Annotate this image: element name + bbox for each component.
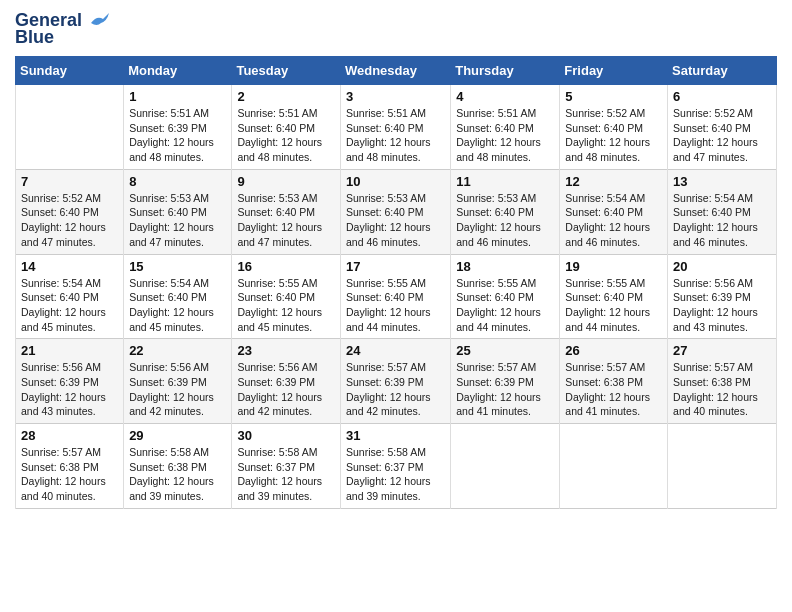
calendar-cell: 29Sunrise: 5:58 AM Sunset: 6:38 PM Dayli…: [124, 424, 232, 509]
calendar-cell: 6Sunrise: 5:52 AM Sunset: 6:40 PM Daylig…: [668, 85, 777, 170]
calendar-cell: 28Sunrise: 5:57 AM Sunset: 6:38 PM Dayli…: [16, 424, 124, 509]
day-number: 24: [346, 343, 445, 358]
day-info: Sunrise: 5:51 AM Sunset: 6:39 PM Dayligh…: [129, 106, 226, 165]
day-number: 28: [21, 428, 118, 443]
logo-graphic: General Blue: [15, 10, 109, 48]
day-info: Sunrise: 5:56 AM Sunset: 6:39 PM Dayligh…: [237, 360, 335, 419]
day-info: Sunrise: 5:55 AM Sunset: 6:40 PM Dayligh…: [565, 276, 662, 335]
calendar-cell: 2Sunrise: 5:51 AM Sunset: 6:40 PM Daylig…: [232, 85, 341, 170]
calendar-cell: [451, 424, 560, 509]
day-number: 25: [456, 343, 554, 358]
column-header-sunday: Sunday: [16, 57, 124, 85]
day-info: Sunrise: 5:51 AM Sunset: 6:40 PM Dayligh…: [237, 106, 335, 165]
day-number: 11: [456, 174, 554, 189]
day-info: Sunrise: 5:57 AM Sunset: 6:39 PM Dayligh…: [456, 360, 554, 419]
column-header-saturday: Saturday: [668, 57, 777, 85]
day-info: Sunrise: 5:54 AM Sunset: 6:40 PM Dayligh…: [21, 276, 118, 335]
day-info: Sunrise: 5:55 AM Sunset: 6:40 PM Dayligh…: [456, 276, 554, 335]
logo: General Blue: [15, 10, 109, 48]
week-row-4: 21Sunrise: 5:56 AM Sunset: 6:39 PM Dayli…: [16, 339, 777, 424]
day-info: Sunrise: 5:56 AM Sunset: 6:39 PM Dayligh…: [21, 360, 118, 419]
calendar-cell: 24Sunrise: 5:57 AM Sunset: 6:39 PM Dayli…: [340, 339, 450, 424]
calendar-cell: 31Sunrise: 5:58 AM Sunset: 6:37 PM Dayli…: [340, 424, 450, 509]
column-header-monday: Monday: [124, 57, 232, 85]
day-info: Sunrise: 5:52 AM Sunset: 6:40 PM Dayligh…: [565, 106, 662, 165]
day-number: 18: [456, 259, 554, 274]
day-number: 7: [21, 174, 118, 189]
column-header-tuesday: Tuesday: [232, 57, 341, 85]
day-number: 9: [237, 174, 335, 189]
day-number: 1: [129, 89, 226, 104]
calendar-cell: 23Sunrise: 5:56 AM Sunset: 6:39 PM Dayli…: [232, 339, 341, 424]
calendar-cell: 18Sunrise: 5:55 AM Sunset: 6:40 PM Dayli…: [451, 254, 560, 339]
day-info: Sunrise: 5:56 AM Sunset: 6:39 PM Dayligh…: [673, 276, 771, 335]
day-number: 27: [673, 343, 771, 358]
logo-text-line2: Blue: [15, 27, 54, 48]
calendar-cell: 1Sunrise: 5:51 AM Sunset: 6:39 PM Daylig…: [124, 85, 232, 170]
day-info: Sunrise: 5:53 AM Sunset: 6:40 PM Dayligh…: [237, 191, 335, 250]
week-row-1: 1Sunrise: 5:51 AM Sunset: 6:39 PM Daylig…: [16, 85, 777, 170]
calendar-cell: 10Sunrise: 5:53 AM Sunset: 6:40 PM Dayli…: [340, 169, 450, 254]
day-number: 5: [565, 89, 662, 104]
week-row-5: 28Sunrise: 5:57 AM Sunset: 6:38 PM Dayli…: [16, 424, 777, 509]
calendar-cell: [560, 424, 668, 509]
calendar-cell: 27Sunrise: 5:57 AM Sunset: 6:38 PM Dayli…: [668, 339, 777, 424]
day-number: 8: [129, 174, 226, 189]
day-number: 30: [237, 428, 335, 443]
day-info: Sunrise: 5:57 AM Sunset: 6:38 PM Dayligh…: [21, 445, 118, 504]
day-number: 10: [346, 174, 445, 189]
day-info: Sunrise: 5:54 AM Sunset: 6:40 PM Dayligh…: [673, 191, 771, 250]
day-number: 13: [673, 174, 771, 189]
column-header-wednesday: Wednesday: [340, 57, 450, 85]
day-number: 19: [565, 259, 662, 274]
day-info: Sunrise: 5:55 AM Sunset: 6:40 PM Dayligh…: [346, 276, 445, 335]
day-number: 31: [346, 428, 445, 443]
day-info: Sunrise: 5:51 AM Sunset: 6:40 PM Dayligh…: [346, 106, 445, 165]
day-number: 15: [129, 259, 226, 274]
day-number: 17: [346, 259, 445, 274]
day-info: Sunrise: 5:54 AM Sunset: 6:40 PM Dayligh…: [565, 191, 662, 250]
calendar-table: SundayMondayTuesdayWednesdayThursdayFrid…: [15, 56, 777, 509]
calendar-cell: 7Sunrise: 5:52 AM Sunset: 6:40 PM Daylig…: [16, 169, 124, 254]
calendar-cell: 30Sunrise: 5:58 AM Sunset: 6:37 PM Dayli…: [232, 424, 341, 509]
day-number: 29: [129, 428, 226, 443]
day-number: 21: [21, 343, 118, 358]
day-number: 16: [237, 259, 335, 274]
day-info: Sunrise: 5:52 AM Sunset: 6:40 PM Dayligh…: [21, 191, 118, 250]
calendar-cell: 14Sunrise: 5:54 AM Sunset: 6:40 PM Dayli…: [16, 254, 124, 339]
calendar-cell: 12Sunrise: 5:54 AM Sunset: 6:40 PM Dayli…: [560, 169, 668, 254]
calendar-cell: 26Sunrise: 5:57 AM Sunset: 6:38 PM Dayli…: [560, 339, 668, 424]
day-number: 3: [346, 89, 445, 104]
day-info: Sunrise: 5:57 AM Sunset: 6:39 PM Dayligh…: [346, 360, 445, 419]
day-number: 4: [456, 89, 554, 104]
calendar-cell: 4Sunrise: 5:51 AM Sunset: 6:40 PM Daylig…: [451, 85, 560, 170]
day-number: 14: [21, 259, 118, 274]
day-number: 20: [673, 259, 771, 274]
calendar-cell: 20Sunrise: 5:56 AM Sunset: 6:39 PM Dayli…: [668, 254, 777, 339]
calendar-cell: 21Sunrise: 5:56 AM Sunset: 6:39 PM Dayli…: [16, 339, 124, 424]
day-info: Sunrise: 5:57 AM Sunset: 6:38 PM Dayligh…: [565, 360, 662, 419]
page-header: General Blue: [15, 10, 777, 48]
day-info: Sunrise: 5:51 AM Sunset: 6:40 PM Dayligh…: [456, 106, 554, 165]
calendar-cell: 22Sunrise: 5:56 AM Sunset: 6:39 PM Dayli…: [124, 339, 232, 424]
day-info: Sunrise: 5:52 AM Sunset: 6:40 PM Dayligh…: [673, 106, 771, 165]
day-info: Sunrise: 5:55 AM Sunset: 6:40 PM Dayligh…: [237, 276, 335, 335]
calendar-cell: 17Sunrise: 5:55 AM Sunset: 6:40 PM Dayli…: [340, 254, 450, 339]
calendar-cell: 19Sunrise: 5:55 AM Sunset: 6:40 PM Dayli…: [560, 254, 668, 339]
calendar-cell: 13Sunrise: 5:54 AM Sunset: 6:40 PM Dayli…: [668, 169, 777, 254]
day-info: Sunrise: 5:57 AM Sunset: 6:38 PM Dayligh…: [673, 360, 771, 419]
day-number: 26: [565, 343, 662, 358]
day-info: Sunrise: 5:53 AM Sunset: 6:40 PM Dayligh…: [456, 191, 554, 250]
calendar-cell: 8Sunrise: 5:53 AM Sunset: 6:40 PM Daylig…: [124, 169, 232, 254]
day-number: 2: [237, 89, 335, 104]
day-info: Sunrise: 5:53 AM Sunset: 6:40 PM Dayligh…: [346, 191, 445, 250]
column-header-friday: Friday: [560, 57, 668, 85]
day-info: Sunrise: 5:58 AM Sunset: 6:37 PM Dayligh…: [237, 445, 335, 504]
day-number: 12: [565, 174, 662, 189]
day-info: Sunrise: 5:58 AM Sunset: 6:38 PM Dayligh…: [129, 445, 226, 504]
calendar-cell: [16, 85, 124, 170]
day-info: Sunrise: 5:54 AM Sunset: 6:40 PM Dayligh…: [129, 276, 226, 335]
day-info: Sunrise: 5:53 AM Sunset: 6:40 PM Dayligh…: [129, 191, 226, 250]
logo-bird-icon: [89, 13, 109, 29]
calendar-cell: 9Sunrise: 5:53 AM Sunset: 6:40 PM Daylig…: [232, 169, 341, 254]
